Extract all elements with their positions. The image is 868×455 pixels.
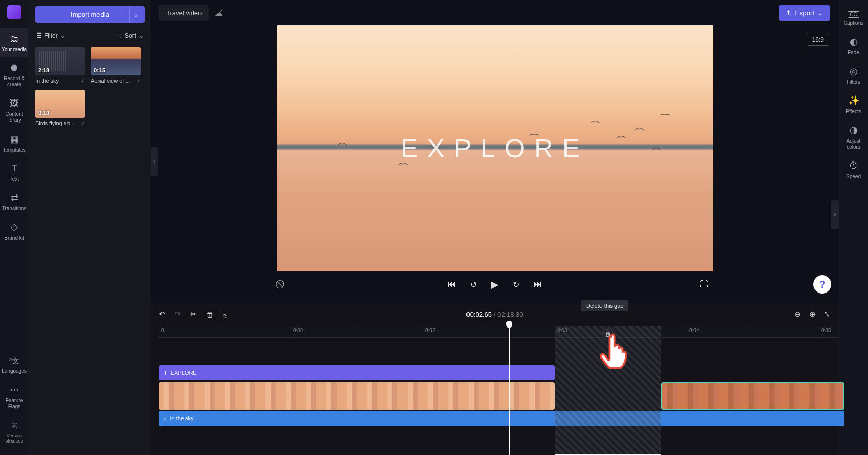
media-item[interactable]: 0:15 Aerial view of ... ✓ (91, 47, 141, 84)
sidebar-label: Captions (844, 20, 863, 26)
text-track[interactable]: T EXPLORE (159, 365, 839, 380)
sidebar-item-effects[interactable]: ✨ Effects (839, 90, 868, 119)
project-name-input[interactable]: Travel video (159, 5, 209, 21)
redo-button[interactable]: ↷ (175, 310, 181, 319)
fullscreen-icon[interactable]: ⛶ (700, 280, 708, 289)
media-item[interactable]: 2:18 In the sky ✓ (35, 47, 85, 84)
ruler-tick: 0 (159, 326, 164, 337)
import-media-button[interactable]: Import media ⌄ (35, 6, 145, 23)
sidebar-item-brand-kit[interactable]: ◇ Brand kit (0, 216, 28, 246)
app-logo[interactable] (7, 5, 21, 19)
sidebar-label: Record & create (0, 76, 28, 88)
sidebar-label: Adjust colors (839, 138, 868, 150)
brand-icon: ◇ (11, 221, 18, 233)
help-button[interactable]: ? (813, 275, 831, 294)
record-icon: ⏺ (10, 62, 19, 73)
adjust-colors-icon: ◑ (850, 124, 858, 136)
chevron-down-icon: ⌄ (139, 32, 144, 39)
audio-track[interactable]: ♪ In the sky (159, 411, 839, 426)
playhead[interactable] (509, 326, 510, 455)
sidebar-item-text[interactable]: T Text (0, 158, 28, 187)
cloud-status-icon[interactable]: ☁̸ (215, 8, 223, 18)
media-thumbnail[interactable]: 0:15 (91, 47, 141, 75)
forward-icon[interactable]: ↻ (513, 280, 519, 289)
export-label: Export (795, 9, 814, 17)
speed-icon: ⏱ (849, 160, 858, 171)
sidebar-item-your-media[interactable]: 🗂 Your media (0, 28, 28, 57)
collapse-right-panel[interactable]: › (831, 200, 839, 229)
skip-next-icon[interactable]: ⏭ (533, 280, 542, 289)
audio-clip-label: In the sky (170, 415, 194, 421)
video-clip-1[interactable] (159, 382, 555, 410)
music-icon: ♪ (164, 415, 167, 421)
language-icon: ᴬ文 (9, 356, 19, 366)
video-preview[interactable]: EXPLORE (277, 25, 713, 271)
undo-button[interactable]: ↶ (159, 310, 165, 319)
sidebar-item-adjust-colors[interactable]: ◑ Adjust colors (839, 119, 868, 155)
filter-label: Filter (44, 32, 58, 39)
sidebar-item-templates[interactable]: ▦ Templates (0, 128, 28, 158)
video-track[interactable] (159, 382, 839, 410)
media-icon: 🗂 (10, 34, 19, 44)
sidebar-item-feature-flags[interactable]: ⋯ Feature Flags (0, 379, 28, 415)
chevron-down-icon[interactable]: ⌄ (129, 6, 142, 23)
fit-timeline-button[interactable]: ⤡ (824, 310, 830, 319)
delete-button[interactable]: 🗑 (206, 310, 214, 319)
duplicate-button[interactable]: ⎘ (223, 310, 227, 319)
audio-clip[interactable]: ♪ In the sky (159, 411, 844, 426)
timeline-tracks[interactable]: 🗑 T EXPLORE (159, 338, 839, 455)
sidebar-item-transitions[interactable]: ⇄ Transitions (0, 187, 28, 216)
split-button[interactable]: ✂ (190, 310, 197, 319)
zoom-out-button[interactable]: ⊖ (794, 310, 801, 319)
delete-gap-button[interactable]: 🗑 (602, 328, 614, 340)
media-name: Birds flying ab... (35, 120, 75, 126)
fade-icon: ◐ (850, 36, 858, 47)
import-label: Import media (71, 11, 109, 18)
check-icon: ✓ (81, 121, 85, 126)
sidebar-label: Content library (0, 111, 28, 123)
media-item[interactable]: 0:10 Birds flying ab... ✓ (35, 90, 85, 126)
collapse-left-panel[interactable]: ‹ (151, 147, 158, 176)
media-duration: 2:18 (38, 67, 49, 73)
ruler-tick: 0:01 (291, 326, 303, 337)
media-thumbnail[interactable]: 0:10 (35, 90, 85, 118)
video-clip-2[interactable] (661, 382, 844, 410)
sidebar-item-captions[interactable]: CC Captions (839, 6, 868, 31)
zoom-in-button[interactable]: ⊕ (809, 310, 816, 319)
filter-icon: ☰ (36, 32, 42, 39)
timeline-ruler[interactable]: 0 0:01 0:02 0:03 0:04 0:05 (159, 326, 839, 338)
sidebar-item-record-create[interactable]: ⏺ Record & create (0, 57, 28, 93)
media-thumbnail[interactable]: 2:18 (35, 47, 85, 75)
current-time: 00:02.65 (466, 311, 492, 318)
export-button[interactable]: ↥ Export ⌄ (779, 5, 830, 21)
aspect-ratio-badge[interactable]: 16:9 (807, 34, 829, 46)
left-sidebar: 🗂 Your media ⏺ Record & create 🖼 Content… (0, 0, 29, 455)
ruler-tick: 0:05 (819, 326, 831, 337)
filter-dropdown[interactable]: ☰ Filter ⌄ (36, 32, 65, 39)
skip-prev-icon[interactable]: ⏮ (448, 280, 456, 289)
sort-label: Sort (125, 32, 136, 39)
sidebar-item-version[interactable]: ⎚ Version 9ba8658 (0, 415, 28, 450)
sidebar-label: Your media (2, 47, 27, 52)
gap-selection[interactable]: 🗑 (555, 326, 661, 455)
flags-icon: ⋯ (10, 384, 19, 395)
text-clip[interactable]: T EXPLORE (159, 365, 555, 380)
rewind-icon[interactable]: ↺ (470, 280, 477, 289)
sidebar-label: Transitions (2, 206, 27, 211)
play-button[interactable]: ▶ (491, 278, 498, 290)
sidebar-label: Text (10, 176, 19, 182)
sidebar-label: Speed (846, 174, 861, 179)
media-name: Aerial view of ... (91, 78, 130, 84)
sidebar-label: Brand kit (4, 235, 24, 241)
chevron-down-icon: ⌄ (818, 9, 823, 17)
media-panel: Import media ⌄ ☰ Filter ⌄ ↑↓ Sort ⌄ 2:18 (29, 0, 151, 455)
sidebar-item-speed[interactable]: ⏱ Speed (839, 155, 868, 184)
sidebar-item-languages[interactable]: ᴬ文 Languages (0, 351, 28, 379)
sidebar-item-fade[interactable]: ◐ Fade (839, 31, 868, 60)
sidebar-item-filters[interactable]: ◎ Filters (839, 60, 868, 90)
sort-dropdown[interactable]: ↑↓ Sort ⌄ (116, 32, 144, 39)
version-label: Version (5, 433, 23, 439)
sidebar-item-content-library[interactable]: 🖼 Content library (0, 93, 28, 128)
sidebar-label: Fade (848, 50, 859, 55)
timeline-toolbar: ↶ ↷ ✂ 🗑 ⎘ 00:02.65 / 02:18.30 ⊖ ⊕ ⤡ (151, 303, 839, 326)
